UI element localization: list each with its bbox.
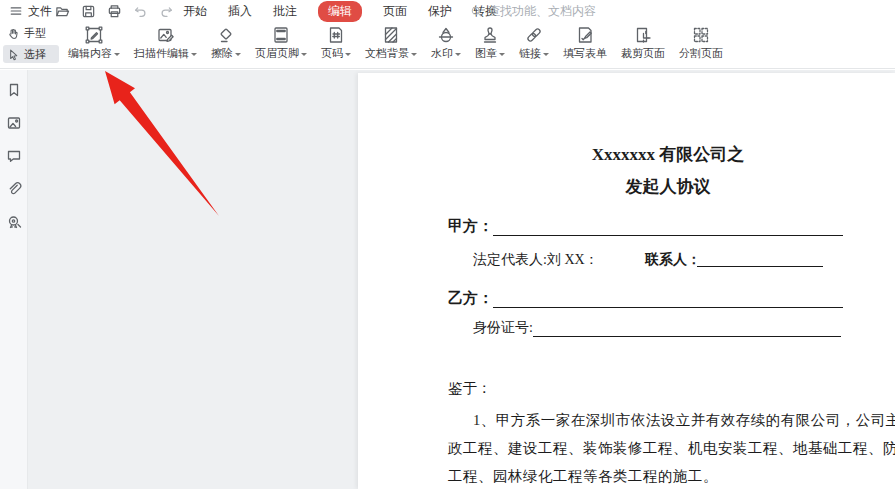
search-placeholder: 查找功能、文档内容: [488, 3, 596, 20]
whereas-label: 鉴于：: [448, 379, 492, 398]
scan-edit-button[interactable]: 扫描件编辑: [127, 24, 204, 62]
erase-label: 擦除: [211, 46, 233, 61]
toolbar-buttons: 编辑内容 扫描件编辑 擦除 页眉页脚 页码 文档背景 水印 图章: [61, 24, 730, 62]
search-icon: [470, 5, 483, 18]
paragraph-line-1: 1、甲方系一家在深圳市依法设立并有效存续的有限公司，公司主营业务为: [473, 411, 895, 430]
crop-page-icon: [633, 25, 653, 45]
open-file-icon[interactable]: [55, 4, 70, 19]
select-tool-label: 选择: [24, 47, 46, 62]
link-icon: [524, 25, 544, 45]
dropdown-caret-icon: [411, 53, 417, 56]
link-label: 链接: [519, 46, 541, 61]
eraser-icon: [216, 25, 236, 45]
redo-icon[interactable]: [159, 4, 174, 19]
hand-tool-button[interactable]: 手型: [3, 24, 59, 42]
watermark-button[interactable]: 水印: [424, 24, 468, 62]
paragraph-line-3: 工程、园林绿化工程等各类工程的施工。: [448, 467, 718, 486]
menu-bar: 文件 开始 插入 批注 编辑 页面 保护 转换 查找功能、文档内容: [0, 0, 895, 22]
dropdown-caret-icon: [345, 53, 351, 56]
party-b-row: 乙方：: [448, 289, 843, 308]
hand-icon: [7, 27, 20, 40]
page-number-label: 页码: [321, 46, 343, 61]
comment-icon[interactable]: [6, 148, 22, 164]
tab-insert[interactable]: 插入: [228, 3, 252, 20]
crop-page-label: 裁剪页面: [621, 46, 665, 61]
stamp-button[interactable]: 图章: [468, 24, 512, 62]
tab-home[interactable]: 开始: [183, 3, 207, 20]
edit-content-label: 编辑内容: [68, 46, 112, 61]
header-footer-icon: [271, 25, 291, 45]
tab-comment[interactable]: 批注: [273, 3, 297, 20]
watermark-label: 水印: [431, 46, 453, 61]
tab-protect[interactable]: 保护: [428, 3, 452, 20]
dropdown-caret-icon: [543, 53, 549, 56]
doc-background-button[interactable]: 文档背景: [358, 24, 424, 62]
split-page-button[interactable]: 分割页面: [672, 24, 730, 62]
crop-page-button[interactable]: 裁剪页面: [614, 24, 672, 62]
print-icon[interactable]: [107, 4, 122, 19]
pdf-page[interactable]: Xxxxxxx 有限公司之 发起人协议 甲方： 法定代表人:刘 XX： 联系人：…: [358, 73, 895, 489]
party-a-row: 甲方：: [448, 217, 843, 236]
undo-icon[interactable]: [133, 4, 148, 19]
id-number-blank: [533, 323, 841, 337]
contact-label: 联系人：: [645, 251, 701, 269]
stamp-icon: [480, 25, 500, 45]
dropdown-caret-icon: [235, 53, 241, 56]
file-menu-button[interactable]: 文件: [9, 0, 52, 22]
doc-title-line1: Xxxxxxx 有限公司之: [448, 143, 888, 166]
scan-edit-icon: [156, 25, 176, 45]
link-button[interactable]: 链接: [512, 24, 556, 62]
party-b-label: 乙方：: [448, 290, 493, 306]
party-a-label: 甲方：: [448, 218, 493, 234]
edit-content-button[interactable]: 编辑内容: [61, 24, 127, 62]
doc-background-label: 文档背景: [365, 46, 409, 61]
doc-background-icon: [381, 25, 401, 45]
search-input[interactable]: 查找功能、文档内容: [470, 2, 596, 20]
fill-form-label: 填写表单: [563, 46, 607, 61]
cursor-icon: [7, 48, 20, 61]
split-page-label: 分割页面: [679, 46, 723, 61]
quick-access-toolbar: [55, 0, 200, 22]
document-workspace: Xxxxxxx 有限公司之 发起人协议 甲方： 法定代表人:刘 XX： 联系人：…: [0, 70, 895, 489]
tab-edit[interactable]: 编辑: [318, 1, 362, 22]
menu-tabs: 开始 插入 批注 编辑 页面 保护 转换: [183, 0, 497, 22]
bookmark-icon[interactable]: [6, 82, 22, 98]
party-a-blank: [493, 222, 843, 236]
watermark-icon: [436, 25, 456, 45]
edit-content-icon: [84, 25, 104, 45]
stamp-label: 图章: [475, 46, 497, 61]
header-footer-label: 页眉页脚: [255, 46, 299, 61]
page-number-icon: [326, 25, 346, 45]
header-footer-button[interactable]: 页眉页脚: [248, 24, 314, 62]
dropdown-caret-icon: [191, 53, 197, 56]
select-tool-button[interactable]: 选择: [3, 45, 59, 63]
id-number-label: 身份证号:: [473, 320, 533, 335]
legal-rep-text: 法定代表人:刘 XX：: [473, 251, 599, 269]
tab-page[interactable]: 页面: [383, 3, 407, 20]
split-page-icon: [691, 25, 711, 45]
doc-title-line2: 发起人协议: [448, 175, 888, 198]
seal-icon[interactable]: [6, 214, 22, 230]
navigation-sidebar: [0, 70, 28, 489]
id-number-row: 身份证号:: [473, 319, 841, 337]
dropdown-caret-icon: [114, 53, 120, 56]
dropdown-caret-icon: [301, 53, 307, 56]
paragraph-line-2: 政工程、建设工程、装饰装修工程、机电安装工程、地基础工程、防水防腐保: [448, 439, 895, 458]
contact-blank: [697, 251, 823, 267]
hand-tool-label: 手型: [24, 26, 46, 41]
dropdown-caret-icon: [455, 53, 461, 56]
page-number-button[interactable]: 页码: [314, 24, 358, 62]
edit-ribbon-toolbar: 手型 选择 编辑内容 扫描件编辑 擦除 页眉页脚 页码: [0, 22, 895, 69]
image-icon[interactable]: [6, 115, 22, 131]
party-b-blank: [493, 294, 843, 308]
scan-edit-label: 扫描件编辑: [134, 46, 189, 61]
fill-form-icon: [575, 25, 595, 45]
erase-button[interactable]: 擦除: [204, 24, 248, 62]
hamburger-icon: [9, 4, 23, 18]
file-menu-label: 文件: [28, 3, 52, 20]
save-icon[interactable]: [81, 4, 96, 19]
attachment-icon[interactable]: [6, 181, 22, 197]
fill-form-button[interactable]: 填写表单: [556, 24, 614, 62]
pointer-tool-panel: 手型 选择: [3, 24, 59, 63]
dropdown-caret-icon: [499, 53, 505, 56]
